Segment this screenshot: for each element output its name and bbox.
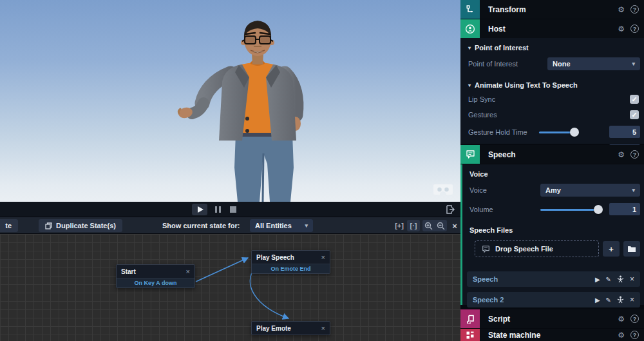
node-close-icon[interactable]: × bbox=[321, 254, 325, 261]
speech-files-section-header: Speech Files bbox=[460, 219, 644, 237]
pause-icon bbox=[215, 206, 221, 213]
component-header-host[interactable]: Host ⚙ ? bbox=[460, 19, 644, 38]
zoom-out-icon[interactable] bbox=[437, 222, 445, 230]
help-icon[interactable]: ? bbox=[630, 331, 639, 339]
zoom-in-icon[interactable] bbox=[424, 222, 433, 230]
node-event[interactable]: On Emote End bbox=[252, 264, 330, 273]
folder-icon bbox=[627, 245, 636, 253]
play-speech-file-icon[interactable]: ▶ bbox=[595, 276, 600, 283]
poi-dropdown[interactable]: None ▾ bbox=[547, 57, 640, 70]
close-graph-button[interactable]: × bbox=[450, 220, 460, 231]
pop-out-icon[interactable] bbox=[445, 204, 455, 215]
entities-dropdown[interactable]: All Entities ▾ bbox=[250, 219, 313, 232]
node-title: Start bbox=[121, 268, 136, 275]
gestures-label: Gestures bbox=[468, 111, 539, 119]
node-close-icon[interactable]: × bbox=[321, 325, 325, 332]
frame-all-button[interactable]: [+] bbox=[393, 220, 406, 231]
help-icon[interactable]: ? bbox=[630, 315, 639, 323]
help-icon[interactable]: ? bbox=[630, 5, 639, 14]
viewport-3d[interactable] bbox=[0, 0, 460, 202]
host-character bbox=[174, 14, 322, 202]
browse-files-button[interactable] bbox=[623, 241, 640, 257]
help-icon[interactable]: ? bbox=[630, 24, 639, 33]
stop-button[interactable] bbox=[225, 204, 241, 215]
drop-speech-file-zone[interactable]: Drop Speech File bbox=[475, 240, 599, 257]
component-title: Host bbox=[488, 24, 618, 34]
vr-goggles-icon[interactable] bbox=[433, 183, 453, 197]
host-component-body: ▾ Point of Interest Point of Interest No… bbox=[460, 38, 644, 144]
gear-icon[interactable]: ⚙ bbox=[618, 331, 625, 340]
close-icon: × bbox=[452, 221, 457, 231]
help-icon[interactable]: ? bbox=[630, 150, 639, 159]
play-button[interactable] bbox=[192, 204, 207, 215]
play-speech-file-icon[interactable]: ▶ bbox=[595, 297, 600, 304]
component-title: Script bbox=[488, 315, 618, 324]
plus-icon: + bbox=[609, 244, 614, 254]
gear-icon[interactable]: ⚙ bbox=[618, 150, 625, 159]
volume-input[interactable]: 1 bbox=[609, 203, 640, 215]
poi-section-header[interactable]: ▾ Point of Interest bbox=[460, 38, 644, 54]
state-graph-canvas[interactable]: Start × On Key A down Play Speech × On E… bbox=[0, 234, 460, 341]
poi-section-title: Point of Interest bbox=[475, 44, 529, 52]
frame-selected-button[interactable]: [·] bbox=[407, 220, 420, 231]
graph-node-play-speech[interactable]: Play Speech × On Emote End bbox=[251, 250, 330, 274]
node-close-icon[interactable]: × bbox=[186, 268, 190, 275]
volume-slider[interactable] bbox=[540, 205, 604, 214]
speech-icon bbox=[460, 145, 480, 164]
component-title: State machine bbox=[488, 331, 618, 340]
copy-icon bbox=[45, 222, 52, 229]
gesture-mark-icon[interactable] bbox=[617, 296, 624, 304]
component-header-script[interactable]: Script ⚙ ? bbox=[460, 309, 644, 328]
edit-speech-file-icon[interactable]: ✎ bbox=[606, 297, 611, 304]
host-icon bbox=[460, 19, 480, 38]
graph-node-play-emote[interactable]: Play Emote × bbox=[251, 321, 330, 335]
voice-label: Voice bbox=[469, 186, 540, 194]
component-header-state-machine[interactable]: State machine ⚙ ? bbox=[460, 329, 644, 341]
duplicate-state-label: Duplicate State(s) bbox=[56, 222, 116, 229]
tts-section-header[interactable]: ▾ Animate Using Text To Speech bbox=[460, 73, 644, 92]
zoom-controls bbox=[422, 220, 447, 231]
component-header-transform[interactable]: Transform ⚙ ? bbox=[460, 0, 644, 19]
speech-file-row[interactable]: Speech 2 ▶ ✎ × bbox=[467, 292, 640, 307]
delete-speech-file-icon[interactable]: × bbox=[630, 275, 634, 284]
delete-speech-file-icon[interactable]: × bbox=[630, 295, 634, 304]
pause-button[interactable] bbox=[210, 204, 225, 215]
slider-knob[interactable] bbox=[594, 205, 603, 214]
component-title: Speech bbox=[488, 150, 618, 159]
gesture-hold-slider[interactable] bbox=[539, 128, 604, 137]
gesture-hold-input[interactable]: 5 bbox=[609, 126, 640, 138]
add-speech-file-button[interactable]: + bbox=[603, 241, 620, 257]
graph-node-start[interactable]: Start × On Key A down bbox=[116, 264, 195, 288]
node-event[interactable]: On Key A down bbox=[117, 278, 194, 287]
gear-icon[interactable]: ⚙ bbox=[618, 5, 625, 14]
frame-all-icon: [+] bbox=[395, 222, 404, 229]
show-current-state-label: Show current state for: bbox=[162, 222, 240, 229]
slider-knob[interactable] bbox=[570, 128, 579, 137]
gear-icon[interactable]: ⚙ bbox=[618, 315, 625, 324]
voice-dropdown[interactable]: Amy ▾ bbox=[540, 184, 640, 197]
section-collapse-icon: ▾ bbox=[468, 45, 471, 51]
app-window: te Duplicate State(s) Show current state… bbox=[0, 0, 644, 341]
lip-sync-checkbox[interactable]: ✓ bbox=[630, 95, 639, 104]
section-collapse-icon: ▾ bbox=[468, 83, 471, 88]
play-icon bbox=[198, 206, 204, 213]
gestures-checkbox[interactable]: ✓ bbox=[630, 110, 639, 119]
chevron-down-icon: ▾ bbox=[305, 222, 308, 229]
lip-sync-label: Lip Sync bbox=[468, 95, 539, 103]
state-machine-toolbar: te Duplicate State(s) Show current state… bbox=[0, 217, 460, 234]
speech-files-title: Speech Files bbox=[469, 226, 513, 234]
duplicate-state-button[interactable]: Duplicate State(s) bbox=[39, 219, 122, 232]
chevron-down-icon: ▾ bbox=[632, 61, 635, 67]
partial-state-button[interactable]: te bbox=[0, 219, 18, 232]
edit-speech-file-icon[interactable]: ✎ bbox=[606, 276, 611, 283]
speech-bubble-icon bbox=[482, 245, 490, 253]
state-machine-icon bbox=[460, 329, 480, 341]
gesture-mark-icon[interactable] bbox=[617, 275, 624, 283]
component-header-speech[interactable]: Speech ⚙ ? bbox=[460, 145, 644, 164]
speech-file-row[interactable]: Speech ▶ ✎ × bbox=[467, 271, 640, 287]
drop-speech-file-label: Drop Speech File bbox=[495, 245, 553, 253]
speech-file-name: Speech bbox=[473, 275, 589, 283]
gear-icon[interactable]: ⚙ bbox=[618, 24, 625, 34]
stop-icon bbox=[230, 206, 236, 213]
poi-dropdown-value: None bbox=[553, 60, 571, 68]
